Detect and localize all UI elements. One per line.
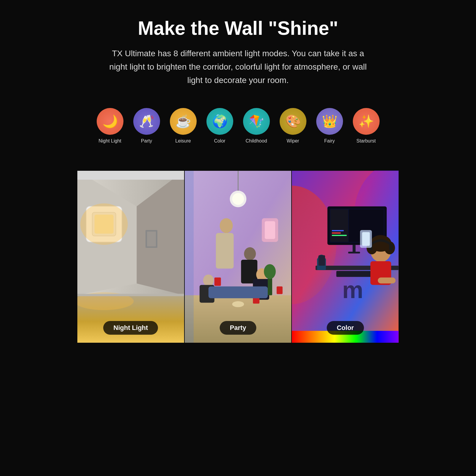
hero-title: Make the Wall "Shine" [95, 18, 381, 39]
mode-label-wiper: Wiper [287, 138, 299, 144]
mode-emoji-night-light: 🌙 [102, 115, 118, 128]
mode-label-starburst: Starburst [356, 138, 376, 144]
mode-item-party[interactable]: 🥂Party [132, 108, 161, 144]
svg-text:m: m [342, 277, 364, 303]
svg-rect-17 [265, 221, 275, 239]
color-panel: m Color [292, 170, 399, 343]
svg-rect-44 [332, 230, 344, 231]
modes-row: 🌙Night Light🥂Party☕Leisure🌍Color🪁Childho… [95, 102, 381, 159]
mode-icon-starburst: ✨ [353, 108, 380, 135]
svg-point-21 [220, 218, 233, 233]
svg-rect-58 [378, 278, 396, 284]
mode-label-color: Color [214, 138, 225, 144]
svg-rect-48 [348, 252, 360, 253]
mode-item-childhood[interactable]: 🪁Childhood [242, 108, 271, 144]
mode-label-leisure: Leisure [175, 138, 191, 144]
mode-emoji-starburst: ✨ [358, 115, 374, 128]
mode-emoji-wiper: 🎨 [285, 115, 301, 128]
mode-item-night-light[interactable]: 🌙Night Light [95, 108, 125, 144]
svg-rect-5 [77, 171, 184, 180]
svg-rect-60 [362, 232, 370, 246]
svg-point-20 [232, 193, 244, 205]
party-scene [185, 170, 292, 343]
mode-icon-childhood: 🪁 [243, 108, 270, 135]
svg-rect-47 [353, 245, 356, 252]
svg-rect-57 [389, 244, 393, 250]
svg-point-23 [244, 247, 256, 260]
night-light-label: Night Light [103, 321, 158, 335]
mode-icon-party: 🥂 [133, 108, 160, 135]
svg-rect-50 [336, 271, 372, 277]
color-label: Color [327, 321, 364, 335]
svg-rect-63 [319, 255, 325, 266]
svg-point-32 [232, 301, 244, 307]
mode-item-wiper[interactable]: 🎨Wiper [278, 108, 308, 144]
mode-item-color[interactable]: 🌍Color [205, 108, 234, 144]
mode-icon-color: 🌍 [206, 108, 233, 135]
mode-icon-fairy: 👑 [316, 108, 343, 135]
night-light-scene [77, 170, 184, 343]
mode-emoji-fairy: 👑 [322, 115, 337, 128]
color-scene: m [292, 170, 399, 343]
mode-emoji-leisure: ☕ [176, 115, 191, 128]
svg-point-34 [264, 264, 276, 279]
mode-label-childhood: Childhood [245, 138, 267, 144]
svg-rect-13 [77, 294, 184, 296]
party-label: Party [220, 321, 256, 335]
mode-item-leisure[interactable]: ☕Leisure [168, 108, 198, 144]
mode-label-fairy: Fairy [324, 138, 335, 144]
hero-section: Make the Wall "Shine" TX Ultimate has 8 … [77, 0, 399, 170]
mode-icon-night-light: 🌙 [97, 108, 123, 135]
svg-point-25 [203, 275, 214, 286]
mode-emoji-childhood: 🪁 [249, 115, 264, 128]
svg-rect-36 [185, 171, 194, 343]
photos-section: Night Light [77, 170, 399, 343]
svg-rect-22 [216, 233, 234, 269]
svg-rect-46 [332, 235, 347, 236]
svg-rect-35 [208, 286, 267, 298]
svg-rect-42 [331, 209, 348, 242]
svg-rect-45 [332, 232, 341, 234]
svg-rect-9 [95, 214, 114, 234]
mode-label-party: Party [141, 138, 152, 144]
svg-rect-31 [277, 286, 283, 294]
mode-item-starburst[interactable]: ✨Starburst [351, 108, 381, 144]
mode-icon-leisure: ☕ [170, 108, 197, 135]
mode-icon-wiper: 🎨 [280, 108, 306, 135]
svg-rect-29 [214, 278, 221, 286]
party-panel: Party [185, 170, 292, 343]
hero-description: TX Ultimate has 8 different ambient ligh… [104, 47, 372, 87]
mode-emoji-color: 🌍 [212, 115, 228, 128]
svg-rect-11 [147, 231, 156, 246]
night-light-panel: Night Light [77, 170, 185, 343]
mode-item-fairy[interactable]: 👑Fairy [315, 108, 344, 144]
mode-label-night-light: Night Light [98, 138, 121, 144]
mode-emoji-party: 🥂 [139, 115, 154, 128]
